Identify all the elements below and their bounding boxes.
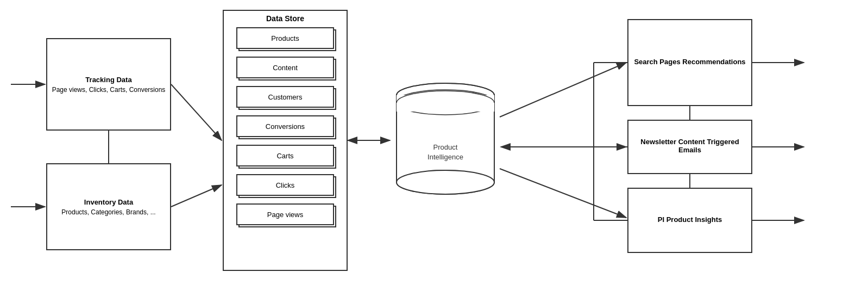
- output-newsletter-title: Newsletter Content Triggered Emails: [633, 138, 747, 154]
- pi-label2: Intelligence: [427, 153, 463, 161]
- ds-conversions: Conversions: [236, 115, 334, 137]
- data-store-label: Data Store: [224, 14, 347, 23]
- svg-line-16: [171, 185, 222, 207]
- data-store-box: Data Store Products Content Customers: [223, 10, 348, 271]
- svg-rect-6: [397, 103, 494, 112]
- ds-customers: Customers: [236, 86, 334, 108]
- svg-line-15: [171, 84, 222, 140]
- inventory-data-title: Inventory Data: [84, 198, 133, 206]
- ds-content: Content: [236, 57, 334, 78]
- ds-carts: Carts: [236, 145, 334, 166]
- ds-products: Products: [236, 27, 334, 49]
- inventory-data-body: Products, Categories, Brands, ...: [61, 208, 155, 216]
- tracking-data-box: Tracking Data Page views, Clicks, Carts,…: [46, 38, 171, 131]
- output-search-box: Search Pages Recommendations: [627, 19, 752, 106]
- cylinder-svg: Product Intelligence: [391, 79, 500, 204]
- svg-line-18: [500, 63, 626, 117]
- inventory-data-box: Inventory Data Products, Categories, Bra…: [46, 163, 171, 250]
- output-search-title: Search Pages Recommendations: [634, 58, 745, 66]
- output-pi-title: PI Product Insights: [658, 215, 722, 224]
- output-pi-box: PI Product Insights: [627, 188, 752, 253]
- tracking-data-title: Tracking Data: [85, 76, 131, 84]
- tracking-data-body: Page views, Clicks, Carts, Conversions: [52, 86, 166, 94]
- ds-pageviews: Page views: [236, 203, 334, 225]
- diagram: Tracking Data Page views, Clicks, Carts,…: [0, 0, 868, 284]
- pi-label1: Product: [433, 143, 458, 151]
- svg-point-9: [397, 170, 494, 194]
- product-intelligence-cylinder: Product Intelligence: [391, 79, 500, 206]
- ds-clicks: Clicks: [236, 174, 334, 196]
- output-newsletter-box: Newsletter Content Triggered Emails: [627, 120, 752, 174]
- svg-line-20: [500, 169, 626, 218]
